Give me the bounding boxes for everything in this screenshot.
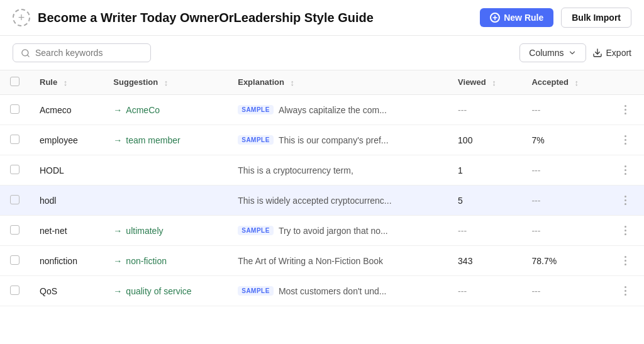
- columns-label: Columns: [529, 48, 564, 58]
- arrow-right-icon: →: [113, 286, 122, 296]
- arrow-right-icon: →: [113, 256, 122, 266]
- row-checkbox-4[interactable]: [10, 225, 19, 235]
- row-checkbox-3[interactable]: [10, 195, 19, 204]
- select-all-checkbox[interactable]: [10, 77, 19, 86]
- actions-cell[interactable]: [606, 125, 644, 155]
- row-menu-button[interactable]: [616, 163, 634, 177]
- bulk-import-button[interactable]: Bulk Import: [561, 8, 631, 28]
- explanation-cell: The Art of Writing a Non-Fiction Book: [228, 246, 448, 276]
- actions-cell[interactable]: [606, 246, 644, 276]
- suggestion-cell: →AcmeCo: [103, 95, 228, 125]
- explanation-cell: This is widely accepted cryptocurrenc...: [228, 186, 448, 216]
- toolbar-right: Columns Export: [519, 43, 631, 62]
- viewed-cell: ---: [448, 276, 521, 306]
- rule-cell: nonfiction: [30, 246, 103, 276]
- col-header-explanation: Explanation ↕: [228, 70, 448, 95]
- sample-badge: SAMPLE: [238, 226, 274, 235]
- export-button[interactable]: Export: [592, 48, 631, 58]
- actions-cell[interactable]: [606, 155, 644, 186]
- viewed-cell: 1: [448, 155, 521, 186]
- arrow-right-icon: →: [113, 135, 122, 145]
- rule-cell: HODL: [30, 155, 103, 186]
- accepted-cell: 78.7%: [521, 246, 606, 276]
- bulk-import-label: Bulk Import: [572, 13, 621, 23]
- row-checkbox-1[interactable]: [10, 135, 19, 144]
- actions-cell[interactable]: [606, 95, 644, 125]
- suggestion-cell: [103, 155, 228, 186]
- suggestion-cell: →non-fiction: [103, 246, 228, 276]
- col-header-rule: Rule ↕: [30, 70, 103, 95]
- sort-accepted-icon[interactable]: ↕: [575, 78, 579, 87]
- search-box[interactable]: [13, 43, 151, 62]
- table-row: nonfiction→non-fictionThe Art of Writing…: [0, 246, 644, 276]
- actions-cell[interactable]: [606, 216, 644, 246]
- accepted-cell: ---: [521, 276, 606, 306]
- row-checkbox-0[interactable]: [10, 104, 19, 114]
- viewed-cell: 100: [448, 125, 521, 155]
- explanation-cell: SAMPLEThis is our company's pref...: [228, 125, 448, 155]
- rule-cell: hodl: [30, 186, 103, 216]
- accepted-cell: ---: [521, 216, 606, 246]
- explanation-cell: SAMPLEAlways capitalize the com...: [228, 95, 448, 125]
- col-header-suggestion: Suggestion ↕: [103, 70, 228, 95]
- rules-table: Rule ↕ Suggestion ↕ Explanation ↕ Viewed…: [0, 70, 644, 306]
- row-menu-button[interactable]: [616, 223, 634, 238]
- rule-cell: employee: [30, 125, 103, 155]
- sort-explanation-icon[interactable]: ↕: [291, 78, 295, 87]
- explanation-cell: This is a cryptocurrency term,: [228, 155, 448, 186]
- row-menu-button[interactable]: [616, 253, 634, 268]
- suggestion-cell: →quality of service: [103, 276, 228, 306]
- row-menu-button[interactable]: [616, 103, 634, 117]
- explanation-cell: SAMPLETry to avoid jargon that no...: [228, 216, 448, 246]
- table-header-row: Rule ↕ Suggestion ↕ Explanation ↕ Viewed…: [0, 70, 644, 95]
- viewed-cell: ---: [448, 95, 521, 125]
- rule-cell: QoS: [30, 276, 103, 306]
- header-checkbox-col: [0, 70, 30, 95]
- table-row: hodlThis is widely accepted cryptocurren…: [0, 186, 644, 216]
- table-row: employee→team memberSAMPLEThis is our co…: [0, 125, 644, 155]
- svg-line-1: [27, 55, 29, 57]
- row-checkbox-5[interactable]: [10, 255, 19, 265]
- sample-badge: SAMPLE: [238, 105, 274, 114]
- col-header-viewed: Viewed ↕: [448, 70, 521, 95]
- columns-button[interactable]: Columns: [519, 43, 586, 62]
- rule-cell: net-net: [30, 216, 103, 246]
- row-checkbox-2[interactable]: [10, 165, 19, 174]
- viewed-cell: 5: [448, 186, 521, 216]
- actions-cell[interactable]: [606, 186, 644, 216]
- rules-table-wrapper: Rule ↕ Suggestion ↕ Explanation ↕ Viewed…: [0, 70, 644, 306]
- export-icon: [592, 48, 602, 58]
- row-menu-button[interactable]: [616, 193, 634, 208]
- sample-badge: SAMPLE: [238, 135, 274, 145]
- page-title: Become a Writer Today OwnerOrLeadership …: [38, 11, 472, 25]
- sort-viewed-icon[interactable]: ↕: [492, 78, 496, 87]
- search-input[interactable]: [35, 48, 143, 58]
- row-menu-button[interactable]: [616, 284, 634, 298]
- sort-suggestion-icon[interactable]: ↕: [164, 78, 169, 87]
- accepted-cell: ---: [521, 186, 606, 216]
- sort-rule-icon[interactable]: ↕: [64, 78, 68, 87]
- arrow-right-icon: →: [113, 226, 122, 236]
- row-checkbox-6[interactable]: [10, 286, 19, 295]
- col-header-actions: [606, 70, 644, 95]
- page-header: + Become a Writer Today OwnerOrLeadershi…: [0, 0, 644, 36]
- table-row: QoS→quality of serviceSAMPLEMost custome…: [0, 276, 644, 306]
- suggestion-cell: →ultimately: [103, 216, 228, 246]
- suggestion-cell: [103, 186, 228, 216]
- rule-cell: Acmeco: [30, 95, 103, 125]
- accepted-cell: ---: [521, 155, 606, 186]
- suggestion-cell: →team member: [103, 125, 228, 155]
- sample-badge: SAMPLE: [238, 286, 274, 296]
- search-icon: [21, 48, 30, 58]
- viewed-cell: 343: [448, 246, 521, 276]
- table-row: Acmeco→AcmeCoSAMPLEAlways capitalize the…: [0, 95, 644, 125]
- export-label: Export: [606, 48, 631, 58]
- table-row: net-net→ultimatelySAMPLETry to avoid jar…: [0, 216, 644, 246]
- arrow-right-icon: →: [113, 105, 122, 115]
- header-icon: +: [13, 9, 30, 26]
- new-rule-button[interactable]: + New Rule: [480, 8, 553, 27]
- row-menu-button[interactable]: [616, 133, 634, 147]
- accepted-cell: 7%: [521, 125, 606, 155]
- explanation-cell: SAMPLEMost customers don't und...: [228, 276, 448, 306]
- actions-cell[interactable]: [606, 276, 644, 306]
